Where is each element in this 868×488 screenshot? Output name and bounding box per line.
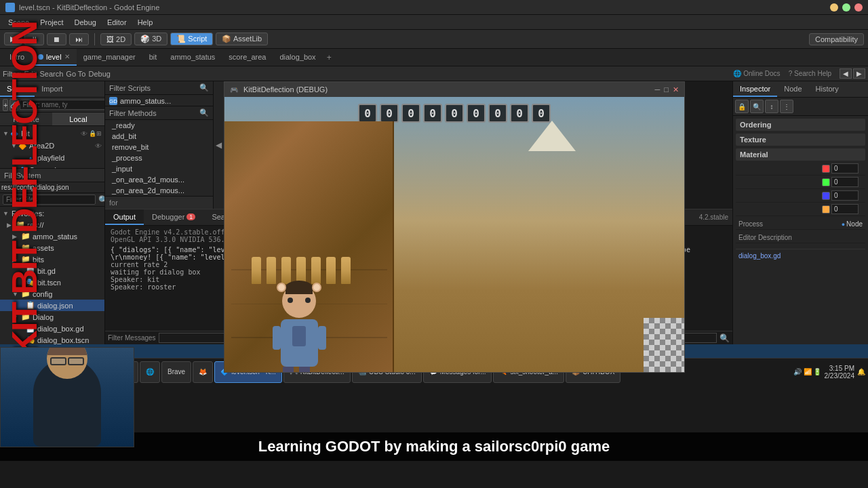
menu-project[interactable]: Project (35, 17, 68, 28)
file-bar-search[interactable]: Search (39, 70, 63, 78)
fs-item-dialogboxgd[interactable]: ▶ 📄 dialog_box.gd (0, 323, 104, 334)
menu-scene[interactable]: Scene (3, 17, 35, 28)
fs-item-dialogjson[interactable]: ▶ 📋 dialog.json (0, 300, 104, 311)
script-ammo-status[interactable]: GD ammo_status... (105, 95, 213, 106)
fs-item-bittscn[interactable]: ▶ 🎭 bit.tscn (0, 277, 104, 288)
search-help-link[interactable]: ? Search Help (789, 70, 831, 77)
taskbar-brave[interactable]: Brave (161, 361, 191, 383)
script-link-label[interactable]: dialog_box.gd (738, 252, 781, 260)
tab-intro[interactable]: Intro (3, 49, 31, 66)
visibility-icon[interactable]: 👁 (81, 130, 87, 138)
tree-item-area2d[interactable]: ▼ 🔶 Area2D 👁 (0, 140, 104, 152)
online-docs-link[interactable]: 🌐 Online Docs (733, 70, 780, 77)
fs-item-config[interactable]: ▼ 📁 config (0, 288, 104, 300)
tab-level[interactable]: level ✕ (31, 49, 77, 66)
tab-bit[interactable]: bit (142, 49, 164, 66)
fs-item-dialogboxtscn[interactable]: ▶ 🎭 dialog_box.tscn (0, 334, 104, 344)
close-button[interactable] (854, 3, 863, 12)
fs-item-bits[interactable]: ▶ 📁 bits (0, 253, 104, 265)
scene-filter-input[interactable] (20, 100, 105, 110)
method-remove-bit[interactable]: remove_bit (105, 142, 213, 152)
inspector-btn-lock[interactable]: 🔒 (735, 100, 749, 113)
ordering-header[interactable]: Ordering (736, 119, 865, 131)
fs-arrow: ▶ (12, 256, 19, 263)
stop-button[interactable]: ⏹ (47, 33, 66, 45)
console-tab-debugger[interactable]: Debugger 1 (144, 209, 203, 225)
game-maximize-button[interactable]: □ (664, 85, 669, 94)
scene-icon: 🎭 (26, 278, 35, 287)
method-area2d-mouse2[interactable]: _on_area_2d_mous... (105, 185, 213, 196)
menu-help[interactable]: Help (132, 17, 159, 28)
visibility-icon[interactable]: 👁 (95, 167, 102, 169)
inspector-tab-node[interactable]: Node (777, 81, 808, 97)
filter-scripts-button[interactable]: 🔍 (199, 83, 209, 92)
pause-button[interactable]: ⏸ (24, 33, 44, 45)
inspector-btn-options[interactable]: ⋮ (780, 100, 793, 113)
tree-item-playfield[interactable]: ▶ 🔹 playfield (0, 152, 104, 164)
mode-3d-button[interactable]: 🎲 3D (134, 33, 167, 45)
method-area2d-mouse1[interactable]: _on_area_2d_mous... (105, 174, 213, 185)
method-process[interactable]: _process (105, 152, 213, 163)
maximize-button[interactable] (842, 3, 850, 12)
scene-tab-import[interactable]: Import (35, 81, 69, 97)
collapse-panel-button[interactable]: ◀ (214, 81, 224, 209)
method-ready[interactable]: _ready (105, 120, 213, 131)
fs-item-favorites[interactable]: ▼ Favorites: (0, 208, 104, 219)
fs-item-assets[interactable]: ▶ 📁 assets (0, 242, 104, 253)
nav-back[interactable]: ◀ (840, 68, 852, 79)
material-header[interactable]: Material (736, 148, 865, 161)
inspector-btn-filter[interactable]: 🔍 (750, 100, 764, 113)
file-bar-goto[interactable]: Go To (66, 70, 85, 78)
inspector-tab-history[interactable]: History (809, 81, 846, 97)
menu-debug[interactable]: Debug (68, 17, 101, 28)
tab-dialog-box[interactable]: dialog_box (273, 49, 322, 66)
tab-score-area[interactable]: score_area (222, 49, 273, 66)
tab-game-manager[interactable]: game_manager (77, 49, 142, 66)
fs-item-bitgd[interactable]: ▶ 📄 bit.gd (0, 265, 104, 277)
game-close-button[interactable]: ✕ (673, 85, 679, 94)
file-bar-debug[interactable]: Debug (88, 70, 110, 78)
tab-ammo-status[interactable]: ammo_status (163, 49, 222, 66)
mode-2d-button[interactable]: 🖼 2D (100, 33, 132, 45)
game-minimize-button[interactable]: ─ (655, 85, 660, 94)
filter-methods-button[interactable]: 🔍 (199, 108, 209, 117)
fs-filter-input[interactable] (3, 195, 96, 205)
minimize-button[interactable] (830, 3, 838, 12)
method-add-bit[interactable]: add_bit (105, 131, 213, 142)
nav-forward[interactable]: ▶ (853, 68, 865, 79)
console-tab-output[interactable]: Output (105, 209, 144, 225)
taskbar-firefox[interactable]: 🦊 (193, 361, 213, 383)
tree-item-kit[interactable]: ▼ 🔷 Kit 👁 🔒 ⊞ (0, 127, 104, 140)
menu-editor[interactable]: Editor (102, 17, 132, 28)
color-swatch-orange[interactable] (822, 205, 830, 214)
visibility-icon[interactable]: 👁 (95, 142, 102, 150)
script-button[interactable]: 📜 Script (170, 33, 213, 45)
tree-item-canvaslayer[interactable]: ▼ 🔷 CanvasLayer 👁 (0, 164, 104, 168)
inspector-tab-inspector[interactable]: Inspector (733, 81, 777, 97)
tab-close-level[interactable]: ✕ (64, 53, 70, 60)
fs-item-ammo[interactable]: ▶ 📁 ammo_status (0, 230, 104, 242)
color-swatch-blue[interactable] (822, 192, 830, 200)
taskbar-chrome[interactable]: 🌐 (140, 361, 160, 383)
scene-tab-scene[interactable]: Scene (0, 81, 35, 97)
fs-item-res[interactable]: ▶ 📁 res:// (0, 219, 104, 230)
method-input[interactable]: _input (105, 163, 213, 174)
file-bar-edit[interactable]: Edit (24, 70, 37, 78)
notification-icon[interactable]: 🔔 (857, 368, 865, 375)
fs-item-dialog[interactable]: ▼ 📁 Dialog (0, 311, 104, 323)
link-node-button[interactable]: 🔗 (9, 99, 18, 111)
texture-header[interactable]: Texture (736, 134, 865, 146)
play-button[interactable]: ▶ (4, 33, 22, 45)
fs-search-icon[interactable]: 🔍 (98, 195, 105, 205)
new-tab-button[interactable]: + (323, 49, 336, 66)
color-swatch-red[interactable] (822, 165, 830, 173)
step-button[interactable]: ⏭ (69, 33, 89, 45)
add-node-button[interactable]: + (3, 99, 8, 111)
local-button[interactable]: Local (52, 113, 104, 125)
assetlib-button[interactable]: 📦 AssetLib (216, 33, 268, 45)
color-swatch-green[interactable] (822, 178, 830, 186)
inspector-btn-expand[interactable]: ↕ (765, 100, 778, 113)
compatibility-button[interactable]: Compatibility (809, 33, 864, 45)
console-search-icon[interactable]: 🔍 (719, 333, 730, 343)
remote-button[interactable]: Remote (0, 113, 52, 125)
